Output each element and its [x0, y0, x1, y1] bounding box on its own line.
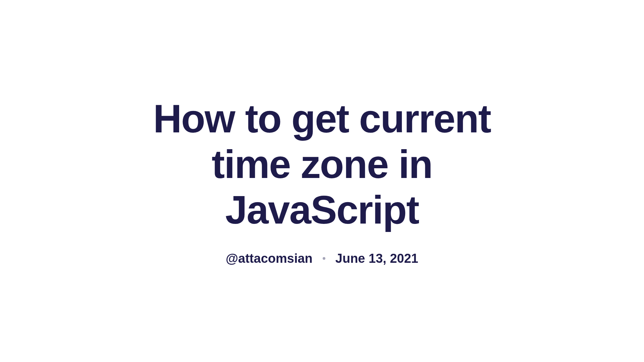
separator-dot [323, 257, 325, 260]
article-date: June 13, 2021 [335, 251, 418, 266]
article-title: How to get current time zone in JavaScri… [121, 96, 523, 233]
article-header: How to get current time zone in JavaScri… [121, 96, 523, 265]
article-author: @attacomsian [226, 251, 313, 266]
article-meta: @attacomsian June 13, 2021 [121, 251, 523, 266]
